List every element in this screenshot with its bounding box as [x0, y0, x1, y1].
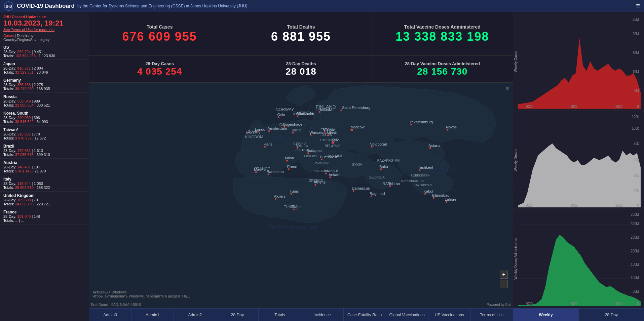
map-controls: + − [500, 271, 508, 288]
svg-text:0: 0 [637, 203, 639, 207]
bottom-tab-us-vaccinations[interactable]: US Vaccinations [428, 309, 471, 321]
country-item[interactable]: France 28-Day: 101 040 | 148 Totals: ...… [0, 208, 89, 225]
svg-point-79 [275, 198, 276, 200]
svg-text:GEORGIA: GEORGIA [369, 175, 385, 179]
svg-point-69 [267, 173, 269, 175]
map-list-icon[interactable]: ≡ [506, 85, 509, 91]
update-label: JHU Ceased Updates at: [3, 15, 85, 19]
map-zoom-in[interactable]: + [500, 271, 508, 279]
country-item[interactable]: Austria 28-Day: 148 431 | 197 Totals: 5 … [0, 159, 89, 175]
svg-text:Tashkent: Tashkent [418, 165, 433, 169]
day28-cases-label: 28-Day Cases [145, 61, 174, 66]
svg-text:100k: 100k [632, 126, 639, 130]
svg-text:150M: 150M [631, 262, 639, 267]
svg-text:Moscow: Moscow [350, 125, 365, 129]
total-vaccine-box: Total Vaccine Doses Administered 13 338 … [372, 12, 513, 55]
bottom-tab-admin0[interactable]: Admin0 [89, 309, 131, 321]
sidebar: JHU Ceased Updates at: 10.03.2023, 19:21… [0, 12, 89, 321]
hamburger-icon[interactable]: ≡ [636, 2, 640, 10]
center-right: Total Cases 676 609 955 Total Deaths 6 8… [89, 12, 644, 321]
svg-point-72 [380, 168, 382, 170]
country-list: US 28-Day: 959 794 | 9 451 Totals: 103 8… [0, 43, 89, 225]
weekly-vaccine-ylabel: Weekly Doses Administered [513, 211, 518, 306]
svg-point-62 [297, 147, 298, 149]
svg-text:350M: 350M [631, 212, 639, 217]
bottom-tab-totals[interactable]: Totals [259, 309, 301, 321]
right-tab-weekly[interactable]: Weekly [513, 309, 579, 321]
svg-point-76 [410, 124, 412, 126]
bottom-tab-admin1[interactable]: Admin1 [131, 309, 174, 321]
bottom-tabs: Admin0Admin1Admin228-DayTotalsIncidenceC… [89, 308, 513, 321]
country-item[interactable]: Russia 28-Day: 350 549 | 989 Totals: 22 … [0, 93, 89, 109]
svg-text:TURKMENISTAN: TURKMENISTAN [401, 179, 424, 183]
svg-text:Paris: Paris [264, 142, 272, 146]
svg-text:Yekaterinburg: Yekaterinburg [410, 120, 433, 124]
svg-text:Istanbul: Istanbul [324, 169, 338, 173]
sidebar-header: JHU Ceased Updates at: 10.03.2023, 19:21… [0, 12, 89, 43]
bottom-tab-admin2[interactable]: Admin2 [174, 309, 216, 321]
bottom-tab-28-day[interactable]: 28-Day [216, 309, 259, 321]
right-tab-28-day[interactable]: 28-Day [579, 309, 644, 321]
svg-text:Lahore: Lahore [445, 197, 456, 201]
svg-text:UZBEKISTAN: UZBEKISTAN [411, 174, 430, 177]
total-deaths-box: Total Deaths 6 881 955 [230, 12, 372, 55]
total-cases-value: 676 609 955 [122, 30, 197, 44]
svg-point-61 [264, 146, 266, 148]
svg-text:25M: 25M [633, 17, 639, 22]
svg-text:Cologne: Cologne [279, 123, 294, 127]
svg-text:Milan: Milan [285, 156, 294, 160]
country-item[interactable]: US 28-Day: 959 794 | 9 451 Totals: 103 8… [0, 43, 89, 60]
map-zoom-out[interactable]: − [500, 280, 508, 288]
day28-deaths-box: 28-Day Deaths 28 018 [230, 56, 372, 82]
bottom-tab-global-vaccinations[interactable]: Global Vaccinations [386, 309, 428, 321]
svg-text:Baghdad: Baghdad [370, 192, 385, 196]
svg-text:Barcelona: Barcelona [267, 170, 284, 174]
svg-text:TAJIKISTAN: TAJIKISTAN [415, 184, 432, 187]
bottom-tab-incidence[interactable]: Incidence [301, 309, 343, 321]
svg-point-75 [429, 147, 431, 149]
svg-text:Bucharest: Bucharest [320, 155, 338, 159]
total-vaccine-value: 13 338 833 198 [395, 30, 489, 44]
bottom-tab-terms-of-use[interactable]: Terms of Use [471, 309, 513, 321]
svg-text:Tunis: Tunis [290, 189, 299, 193]
svg-text:London: London [255, 127, 268, 131]
svg-text:KAZAKHSTAN: KAZAKHSTAN [377, 159, 400, 162]
svg-text:NORWAY: NORWAY [275, 107, 294, 112]
total-cases-box: Total Cases 676 609 955 [89, 12, 230, 55]
svg-text:2021: 2021 [570, 302, 577, 306]
svg-text:Athens: Athens [314, 180, 326, 184]
svg-point-48 [297, 115, 298, 117]
svg-text:Tehran: Tehran [388, 182, 400, 186]
svg-point-78 [371, 146, 373, 148]
country-item[interactable]: Korea, South 28-Day: 290 039 | 396 Total… [0, 109, 89, 126]
svg-text:North Sea: North Sea [271, 135, 298, 142]
svg-text:Budapest: Budapest [306, 149, 323, 153]
svg-text:KINGDOM: KINGDOM [245, 135, 263, 139]
svg-point-83 [371, 196, 372, 197]
svg-text:120k: 120k [632, 114, 639, 119]
svg-text:Mediterranean Sea: Mediterranean Sea [267, 224, 317, 231]
country-item[interactable]: Italy 28-Day: 115 344 | 1 050 Totals: 25… [0, 175, 89, 192]
svg-text:0: 0 [637, 104, 639, 109]
svg-text:2022: 2022 [615, 203, 622, 207]
map-area[interactable]: North Sea Mediterranean Sea Lake Balkhas… [89, 83, 513, 308]
svg-text:Stockholm: Stockholm [296, 112, 314, 116]
country-item[interactable]: Germany 28-Day: 355 168 | 2 275 Totals: … [0, 76, 89, 93]
svg-text:20k: 20k [634, 189, 639, 193]
svg-text:40k: 40k [634, 173, 639, 178]
country-item[interactable]: Taiwan* 28-Day: 216 931 | 778 Totals: 9 … [0, 126, 89, 142]
terms-link[interactable]: See Terms of Use for more info [3, 28, 85, 32]
country-item[interactable]: Japan 28-Day: 418 671 | 2 804 Totals: 33… [0, 60, 89, 76]
weekly-cases-ylabel: Weekly Cases [513, 14, 518, 109]
svg-text:HUNGARY: HUNGARY [303, 155, 317, 158]
country-item[interactable]: Brazil 28-Day: 170 862 | 1 613 Totals: 3… [0, 142, 89, 159]
day28-vaccine-box: 28-Day Vaccine Doses Administered 28 156… [372, 56, 513, 82]
bottom-tab-case-fatality-ratio[interactable]: Case-Fatality Ratio [344, 309, 386, 321]
svg-text:Kyiv: Kyiv [332, 138, 339, 142]
svg-text:Minsk: Minsk [327, 131, 337, 135]
country-item[interactable]: United Kingdom 28-Day: 109 608 | 70 Tota… [0, 192, 89, 208]
weekly-cases-chart: Weekly Cases 25M [513, 12, 644, 111]
svg-text:Oslo: Oslo [277, 113, 285, 117]
svg-text:Islamabad: Islamabad [432, 193, 449, 197]
svg-text:250M: 250M [631, 235, 639, 240]
